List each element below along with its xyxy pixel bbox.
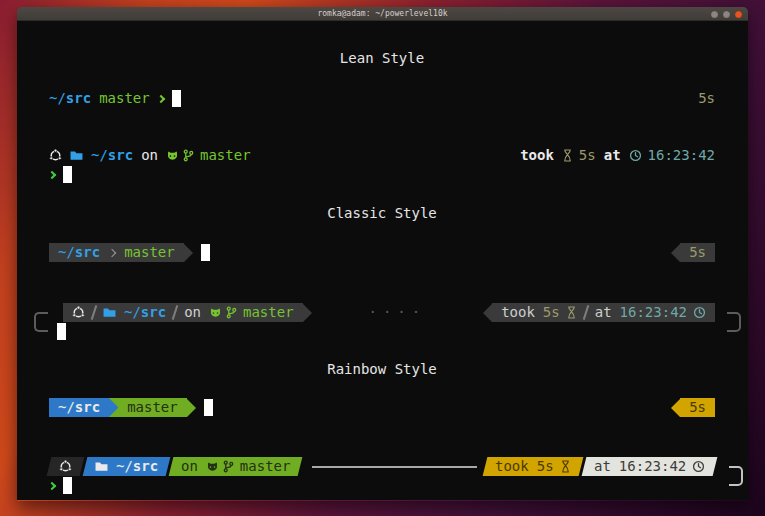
duration-label: 5s [698, 89, 715, 108]
desktop-background: romka@adam: ~/powerlevel10k Lean Style ~… [0, 0, 765, 516]
lean-prompt-two-line-top: ~/src on master took 5s at [49, 146, 715, 165]
rainbow-os-segment [47, 457, 85, 476]
hourglass-icon [560, 460, 571, 473]
terminal-cursor [63, 477, 72, 494]
powerline-arrow-icon [303, 304, 312, 322]
git-branch-label: master [200, 146, 251, 165]
section-title-text: Rainbow Style [327, 360, 437, 379]
terminal-cursor [172, 90, 181, 107]
chevron-right-icon [156, 94, 164, 102]
section-title-text: Lean Style [340, 49, 424, 68]
segment-separator-icon [172, 305, 179, 320]
clock-icon [629, 149, 642, 162]
git-branch-label: master [124, 243, 175, 262]
git-branch-label: master [99, 89, 150, 108]
lean-prompt-single: ~/src master 5s [49, 89, 715, 108]
on-label: on [184, 303, 201, 322]
ubuntu-logo-icon [59, 460, 72, 473]
classic-prompt-single: ~/src master 5s [49, 243, 715, 262]
took-label: took [501, 303, 535, 322]
rainbow-two-line-bottom [49, 476, 715, 495]
powerline-arrow-icon [187, 399, 196, 417]
octocat-icon [206, 461, 219, 473]
dir-name: src [141, 303, 166, 322]
terminal-cursor [204, 399, 213, 416]
on-label: on [141, 146, 158, 165]
section-title-lean: Lean Style [49, 49, 715, 68]
segment-separator-icon [91, 305, 98, 320]
prompt-frame-right [727, 312, 741, 332]
folder-icon [70, 150, 83, 161]
dir-prefix: ~/ [116, 457, 133, 476]
clock-icon [693, 306, 706, 319]
rainbow-git-segment: master [118, 398, 187, 417]
git-branch-icon [226, 306, 237, 319]
rainbow-dir-segment: ~/src [83, 457, 171, 476]
dir-prefix: ~/ [58, 398, 75, 417]
section-title-classic: Classic Style [49, 204, 715, 223]
rainbow-prompt-two-line: ~/src on master took [49, 457, 715, 495]
dir-prefix: ~/ [124, 303, 141, 322]
prompt-frame-right [729, 466, 743, 486]
classic-prompt-two-line: ~/src on master ···· [49, 303, 715, 341]
time-label: 16:23:42 [619, 457, 686, 476]
dir-name: src [75, 398, 100, 417]
minimize-button[interactable] [711, 11, 718, 18]
git-branch-icon [183, 149, 194, 162]
classic-right-segment: took 5s at 16:23:42 [492, 303, 715, 322]
dir-prefix: ~/ [91, 146, 108, 165]
rainbow-duration-segment: took 5s [483, 457, 583, 476]
on-label: on [181, 457, 198, 476]
git-branch-icon [223, 460, 234, 473]
duration-label: 5s [537, 457, 554, 476]
rainbow-time-segment: at 16:23:42 [581, 457, 717, 476]
classic-left-segment: ~/src on master [63, 303, 303, 322]
terminal-cursor [57, 323, 66, 340]
duration-label: 5s [579, 146, 596, 165]
classic-two-line-top: ~/src on master ···· [49, 303, 715, 322]
clock-icon [692, 460, 705, 473]
octocat-icon [209, 307, 222, 319]
chevron-right-icon [48, 481, 56, 489]
rainbow-git-segment: on master [169, 457, 303, 476]
window-controls [711, 7, 742, 21]
terminal-screen[interactable]: Lean Style ~/src master 5s ~/src on [17, 21, 748, 500]
dir-name: src [133, 457, 158, 476]
classic-left-segment: ~/src master [49, 243, 184, 262]
classic-right-segment: 5s [680, 243, 715, 262]
duration-label: 5s [689, 243, 706, 262]
rainbow-duration-segment: 5s [680, 398, 715, 417]
segment-separator-icon [582, 305, 589, 320]
time-label: 16:23:42 [648, 146, 715, 165]
dir-name: src [108, 146, 133, 165]
chevron-right-icon [48, 170, 56, 178]
at-label: at [595, 303, 612, 322]
dir-name: src [66, 89, 91, 108]
time-label: 16:23:42 [620, 303, 687, 322]
dir-prefix: ~/ [58, 243, 75, 262]
at-label: at [604, 146, 621, 165]
powerline-arrow-icon [483, 304, 492, 322]
section-title-text: Classic Style [327, 204, 437, 223]
octocat-icon [166, 150, 179, 162]
folder-icon [103, 307, 116, 318]
section-title-rainbow: Rainbow Style [49, 360, 715, 379]
maximize-button[interactable] [723, 11, 730, 18]
duration-label: 5s [689, 398, 706, 417]
rainbow-two-line-top: ~/src on master took [49, 457, 715, 476]
dir-prefix: ~/ [49, 89, 66, 108]
window-title: romka@adam: ~/powerlevel10k [317, 9, 447, 18]
hourglass-icon [562, 149, 573, 162]
close-button[interactable] [735, 11, 742, 18]
powerline-arrow-icon [109, 398, 118, 417]
git-branch-label: master [240, 457, 291, 476]
rainbow-prompt-single: ~/src master 5s [49, 398, 715, 417]
git-branch-label: master [127, 398, 178, 417]
prompt-connector-line [312, 466, 478, 468]
powerline-arrow-icon [671, 244, 680, 262]
took-label: took [495, 457, 529, 476]
ubuntu-logo-icon [72, 306, 85, 319]
took-label: took [520, 146, 554, 165]
window-titlebar[interactable]: romka@adam: ~/powerlevel10k [17, 7, 748, 21]
prompt-filler-dots: ···· [312, 303, 484, 322]
